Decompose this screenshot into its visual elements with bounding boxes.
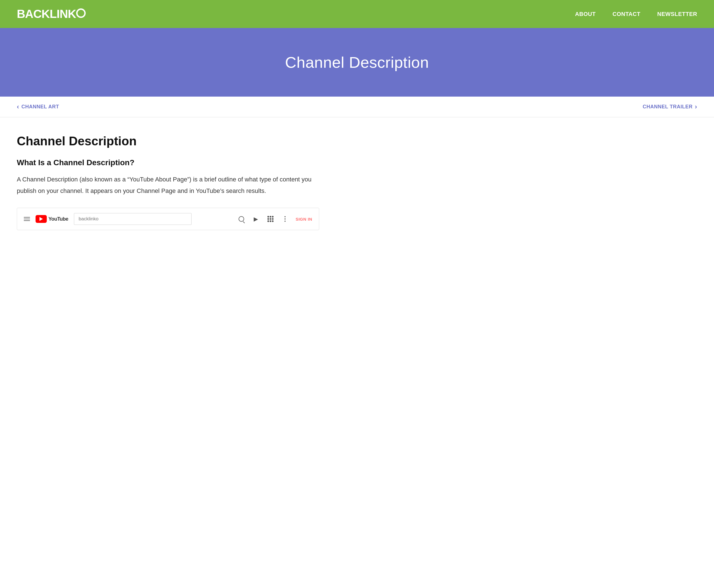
logo-text: BACKLINK (17, 7, 76, 21)
page-heading: Channel Description (17, 134, 319, 148)
main-content: Channel Description What Is a Channel De… (0, 117, 336, 244)
chevron-left-icon (17, 103, 19, 110)
main-nav: ABOUT CONTACT NEWSLETTER (575, 11, 697, 17)
prev-label: Channel Art (22, 104, 59, 110)
next-label: Channel Trailer (643, 104, 692, 110)
youtube-logo-text: YouTube (48, 216, 68, 222)
youtube-search-input[interactable] (74, 213, 191, 225)
logo-o-icon (76, 8, 86, 18)
search-icon[interactable] (237, 215, 245, 223)
logo[interactable]: BACKLINK (17, 7, 86, 21)
hero-title: Channel Description (17, 53, 697, 71)
nav-newsletter[interactable]: NEWSLETTER (657, 11, 697, 17)
chevron-right-icon (695, 103, 697, 110)
prev-link[interactable]: Channel Art (17, 103, 59, 110)
sign-in-button[interactable]: SIGN IN (296, 217, 312, 222)
nav-about[interactable]: ABOUT (575, 11, 596, 17)
youtube-mockup: YouTube ▶ (17, 208, 319, 230)
video-camera-icon[interactable]: ▶ (252, 215, 260, 223)
apps-grid-icon[interactable] (267, 215, 274, 223)
hero-banner: Channel Description (0, 28, 714, 97)
body-text: A Channel Description (also known as a “… (17, 174, 319, 196)
next-link[interactable]: Channel Trailer (643, 103, 697, 110)
nav-contact[interactable]: CONTACT (612, 11, 640, 17)
more-options-icon[interactable] (281, 215, 289, 223)
youtube-logo[interactable]: YouTube (36, 215, 68, 223)
section-heading: What Is a Channel Description? (17, 158, 319, 167)
hamburger-menu-icon[interactable] (24, 217, 30, 221)
youtube-icons: ▶ SIGN IN (237, 215, 312, 223)
breadcrumb-nav: Channel Art Channel Trailer (0, 97, 714, 117)
youtube-play-icon (36, 215, 47, 223)
site-header: BACKLINK ABOUT CONTACT NEWSLETTER (0, 0, 714, 28)
